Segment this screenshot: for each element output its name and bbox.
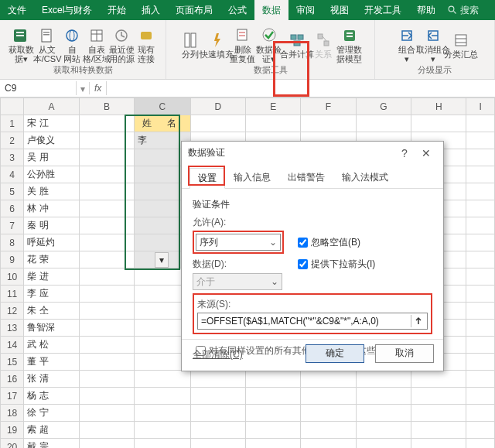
name-box-dropdown[interactable]: ▾: [77, 82, 90, 94]
name-box[interactable]: C9: [0, 81, 77, 95]
cell[interactable]: [79, 320, 134, 337]
cell[interactable]: [135, 388, 190, 405]
row-header[interactable]: 5: [1, 183, 24, 200]
col-header[interactable]: F: [301, 98, 356, 115]
fx-button[interactable]: fx: [90, 81, 107, 95]
cell[interactable]: [301, 388, 356, 405]
cell[interactable]: [356, 388, 411, 405]
menu-dev[interactable]: 开发工具: [357, 0, 409, 20]
ribbon-get-data[interactable]: 获取数 据▾: [7, 23, 35, 63]
menu-excel-finance[interactable]: Excel与财务: [34, 0, 100, 20]
row-header[interactable]: 14: [1, 337, 24, 354]
row-header[interactable]: 15: [1, 354, 24, 371]
cell[interactable]: [246, 405, 301, 422]
cell[interactable]: 秦 明: [24, 217, 80, 234]
ribbon-data-model[interactable]: 管理数 据模型: [336, 23, 364, 63]
cell[interactable]: [301, 422, 356, 439]
row-header[interactable]: 4: [1, 166, 24, 183]
cell[interactable]: 徐 宁: [24, 405, 80, 422]
ok-button[interactable]: 确定: [306, 344, 364, 363]
cell[interactable]: [466, 388, 495, 405]
cell-dropdown-button[interactable]: ▾: [155, 252, 169, 268]
cell[interactable]: [466, 251, 495, 268]
cell[interactable]: 武 松: [24, 337, 80, 354]
cell[interactable]: [79, 405, 134, 422]
cell[interactable]: [190, 388, 245, 405]
ribbon-from-web[interactable]: 自 网站: [60, 23, 84, 63]
cell[interactable]: [135, 422, 190, 439]
menu-data[interactable]: 数据: [254, 0, 288, 20]
cell[interactable]: [411, 388, 466, 405]
cell[interactable]: 花 荣: [24, 251, 80, 268]
cell[interactable]: 鲁智深: [24, 320, 80, 337]
cell[interactable]: [301, 439, 356, 449]
cell[interactable]: [466, 149, 495, 166]
cell[interactable]: 张 清: [24, 371, 80, 388]
cell[interactable]: 呼延灼: [24, 234, 80, 251]
cell[interactable]: [466, 132, 495, 149]
cell[interactable]: [190, 422, 245, 439]
row-header[interactable]: 8: [1, 234, 24, 251]
cell[interactable]: [190, 371, 245, 388]
cell[interactable]: 杨 志: [24, 388, 80, 405]
cell[interactable]: [79, 268, 134, 286]
tab-ime-mode[interactable]: 输入法模式: [333, 167, 397, 188]
cell[interactable]: [466, 183, 495, 200]
cell[interactable]: [356, 439, 411, 449]
cell[interactable]: [79, 286, 134, 303]
cell[interactable]: [190, 115, 245, 132]
cell[interactable]: [356, 371, 411, 388]
col-header[interactable]: D: [190, 98, 245, 115]
cell[interactable]: 卢俊义: [24, 132, 80, 149]
cell[interactable]: [466, 439, 495, 449]
cell[interactable]: [466, 268, 495, 286]
cell[interactable]: [466, 320, 495, 337]
cell[interactable]: 戴 宗: [24, 439, 80, 449]
cell[interactable]: 吴 用: [24, 149, 80, 166]
row-header[interactable]: 12: [1, 303, 24, 320]
tab-settings[interactable]: 设置: [189, 168, 225, 189]
cell[interactable]: [79, 337, 134, 354]
cell[interactable]: [246, 439, 301, 449]
cell[interactable]: 柴 进: [24, 268, 80, 286]
cell[interactable]: [79, 439, 134, 449]
cell[interactable]: [246, 371, 301, 388]
cell[interactable]: [411, 115, 466, 132]
cell[interactable]: [301, 405, 356, 422]
cell[interactable]: [135, 439, 190, 449]
cell[interactable]: [246, 115, 301, 132]
cell[interactable]: [356, 422, 411, 439]
cell[interactable]: [301, 371, 356, 388]
row-header[interactable]: 9: [1, 251, 24, 268]
ribbon-from-table[interactable]: 自表 格/区域: [84, 23, 109, 63]
menu-formula[interactable]: 公式: [220, 0, 254, 20]
col-header[interactable]: H: [411, 98, 466, 115]
cell[interactable]: [190, 405, 245, 422]
cell[interactable]: 李 应: [24, 286, 80, 303]
cell[interactable]: [466, 303, 495, 320]
ribbon-existing-conn[interactable]: 现有 连接: [134, 23, 159, 63]
ribbon-recent-sources[interactable]: 最近使 用的源: [109, 23, 134, 63]
cell[interactable]: [466, 354, 495, 371]
ribbon-subtotal-btn[interactable]: 分类汇总: [447, 28, 475, 59]
cell[interactable]: [411, 371, 466, 388]
cell[interactable]: [79, 354, 134, 371]
row-header[interactable]: 10: [1, 268, 24, 286]
cell[interactable]: [466, 286, 495, 303]
ribbon-flash-fill[interactable]: 快速填充: [203, 28, 230, 59]
cell[interactable]: 索 超: [24, 422, 80, 439]
cell[interactable]: 公孙胜: [24, 166, 80, 183]
dialog-help-button[interactable]: ?: [394, 147, 415, 159]
cell[interactable]: [79, 303, 134, 320]
source-input[interactable]: =OFFSET($A$1,MATCH("*"&C9&"*",A:A,0): [197, 313, 428, 330]
ribbon-consolidate[interactable]: 合并计算: [283, 28, 311, 59]
cell[interactable]: [135, 371, 190, 388]
row-header[interactable]: 16: [1, 371, 24, 388]
search-box[interactable]: 搜索: [448, 0, 479, 20]
ribbon-ungroup-btn[interactable]: 取消组合 ▾: [419, 23, 447, 63]
cell[interactable]: [466, 115, 495, 132]
row-header[interactable]: 2: [1, 132, 24, 149]
cell[interactable]: [135, 405, 190, 422]
cell[interactable]: 董 平: [24, 354, 80, 371]
row-header[interactable]: 11: [1, 286, 24, 303]
